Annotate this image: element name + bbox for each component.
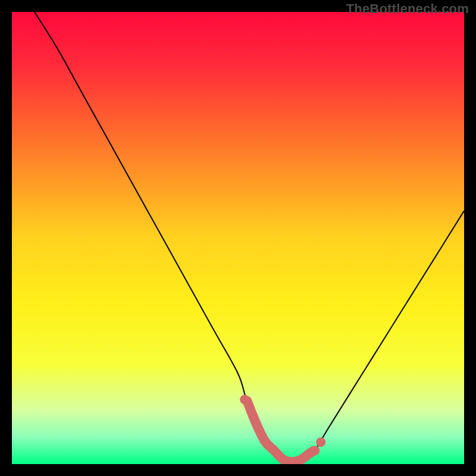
chart-frame: TheBottleneck.com [0,0,476,476]
highlight-dot [240,395,249,405]
bottleneck-chart [12,12,464,464]
watermark-text: TheBottleneck.com [346,1,469,17]
gradient-background [12,12,464,464]
highlight-dot [316,437,325,447]
plot-area [12,12,464,464]
